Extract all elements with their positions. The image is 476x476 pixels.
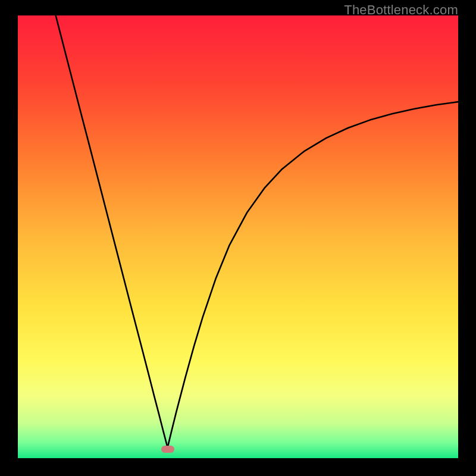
gradient-background — [18, 15, 458, 458]
plot-svg — [18, 15, 458, 458]
chart-frame: TheBottleneck.com — [0, 0, 476, 476]
watermark-text: TheBottleneck.com — [344, 2, 458, 18]
plot-area — [18, 15, 458, 458]
minimum-marker — [161, 446, 174, 453]
